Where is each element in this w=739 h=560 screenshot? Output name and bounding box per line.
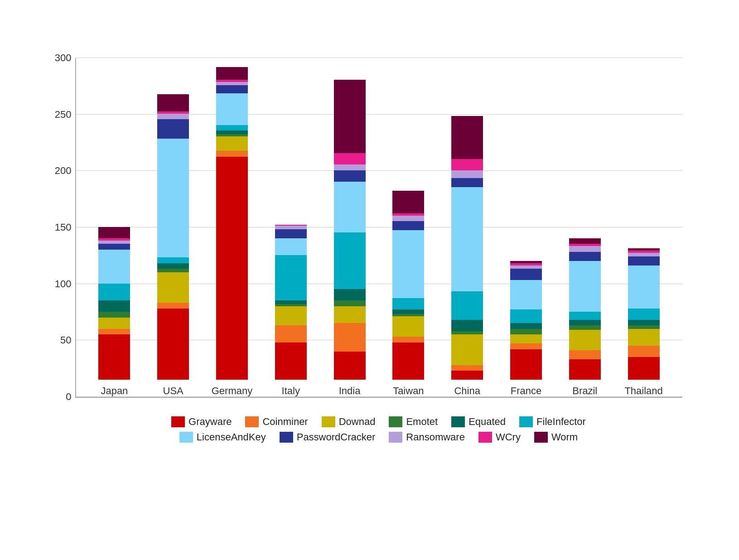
bar-segment-ransomware xyxy=(98,241,130,244)
chart-area: 050100150200250300 JapanUSAGermanyItalyI… xyxy=(75,58,682,398)
legend-item: FileInfector xyxy=(519,416,586,428)
bar-segment-worm xyxy=(392,191,424,213)
legend-color-swatch xyxy=(179,432,193,443)
bar-segment-ransomware xyxy=(275,226,307,229)
bar-group: Italy xyxy=(273,225,309,397)
bar-segment-coinminer xyxy=(451,365,483,371)
legend-label: Grayware xyxy=(188,416,232,428)
bar-segment-passwordcracker xyxy=(510,269,542,280)
bar-segment-equated xyxy=(628,320,660,326)
bar-segment-equated xyxy=(392,309,424,314)
x-axis-label: Japan xyxy=(101,385,128,397)
stacked-bar xyxy=(569,238,601,380)
bar-segment-worm xyxy=(569,238,601,244)
bar-segment-passwordcracker xyxy=(392,221,424,230)
stacked-bar xyxy=(275,225,307,380)
bar-segment-downad xyxy=(275,306,307,326)
bar-segment-coinminer xyxy=(216,151,248,157)
y-axis-label: 200 xyxy=(51,165,72,177)
bar-group: India xyxy=(332,80,368,397)
legend-label: PasswordCracker xyxy=(297,431,376,443)
bar-segment-licenseandkey xyxy=(451,187,483,291)
legend-item: Worm xyxy=(534,431,578,443)
bar-segment-coinminer xyxy=(275,325,307,343)
bar-segment-worm xyxy=(451,116,483,159)
bar-segment-equated xyxy=(157,263,189,269)
bar-segment-equated xyxy=(510,323,542,329)
chart-container: 050100150200250300 JapanUSAGermanyItalyI… xyxy=(30,31,710,529)
bar-segment-equated xyxy=(275,300,307,304)
legend-color-swatch xyxy=(451,416,465,427)
legend-row-1: GraywareCoinminerDownadEmotetEquatedFile… xyxy=(75,416,682,428)
bar-segment-equated xyxy=(451,320,483,331)
bar-segment-grayware xyxy=(334,352,366,380)
bar-segment-passwordcracker xyxy=(451,178,483,187)
x-axis-label: China xyxy=(454,385,480,397)
legend-item: Ransomware xyxy=(389,431,465,443)
legend-item: Coinminer xyxy=(245,416,308,428)
bar-segment-fileinfector xyxy=(510,309,542,323)
bar-segment-coinminer xyxy=(510,343,542,349)
stacked-bar xyxy=(392,191,424,380)
bar-segment-equated xyxy=(569,320,601,326)
bar-segment-passwordcracker xyxy=(275,229,307,238)
legend-color-swatch xyxy=(280,432,293,443)
bar-segment-downad xyxy=(510,334,542,343)
bar-segment-passwordcracker xyxy=(98,244,130,250)
bar-segment-worm xyxy=(216,67,248,80)
legend-item: Emotet xyxy=(389,416,438,428)
bars-wrapper: JapanUSAGermanyItalyIndiaTaiwanChinaFran… xyxy=(76,58,682,397)
legend-label: FileInfector xyxy=(536,416,586,428)
bar-segment-grayware xyxy=(392,343,424,380)
bar-segment-downad xyxy=(392,316,424,337)
bar-segment-grayware xyxy=(216,157,248,380)
bar-segment-emotet xyxy=(510,329,542,335)
legend-item: WCry xyxy=(478,431,521,443)
bar-group: Thailand xyxy=(626,248,662,397)
stacked-bar xyxy=(157,94,189,380)
bar-segment-passwordcracker xyxy=(628,256,660,266)
bar-segment-licenseandkey xyxy=(98,250,130,284)
bar-segment-equated xyxy=(98,300,130,312)
bar-segment-grayware xyxy=(157,309,189,380)
bar-segment-coinminer xyxy=(569,350,601,359)
x-axis-label: Brazil xyxy=(572,385,597,397)
bar-segment-passwordcracker xyxy=(157,119,189,139)
legend-item: PasswordCracker xyxy=(280,431,376,443)
legend-row-2: LicenseAndKeyPasswordCrackerRansomwareWC… xyxy=(75,431,682,443)
bar-segment-ransomware xyxy=(510,266,542,269)
bar-segment-emotet xyxy=(451,331,483,335)
legend-label: Equated xyxy=(469,416,506,428)
bar-segment-fileinfector xyxy=(451,291,483,320)
y-axis-label: 150 xyxy=(51,222,72,233)
bar-group: China xyxy=(449,116,485,397)
bar-segment-ransomware xyxy=(334,164,366,170)
bar-segment-emotet xyxy=(334,300,366,306)
bar-segment-equated xyxy=(334,289,366,300)
bar-segment-ransomware xyxy=(157,114,189,120)
bar-segment-licenseandkey xyxy=(275,238,307,256)
x-axis-label: Germany xyxy=(212,385,252,397)
bar-segment-downad xyxy=(569,330,601,350)
bar-segment-emotet xyxy=(98,312,130,318)
legend: GraywareCoinminerDownadEmotetEquatedFile… xyxy=(75,416,682,443)
legend-color-swatch xyxy=(322,416,335,427)
bar-segment-licenseandkey xyxy=(334,182,366,233)
bar-segment-ransomware xyxy=(628,253,660,256)
bar-segment-downad xyxy=(157,272,189,303)
bar-segment-worm xyxy=(157,94,189,111)
legend-label: WCry xyxy=(496,431,521,443)
bar-segment-emotet xyxy=(569,325,601,330)
bar-segment-licenseandkey xyxy=(510,280,542,309)
legend-color-swatch xyxy=(171,416,185,427)
bar-segment-passwordcracker xyxy=(334,170,366,182)
bar-segment-fileinfector xyxy=(628,309,660,320)
bar-group: Brazil xyxy=(567,238,603,397)
x-axis-label: Italy xyxy=(282,385,300,397)
legend-label: Coinminer xyxy=(262,416,308,428)
legend-color-swatch xyxy=(519,416,533,427)
bar-group: Taiwan xyxy=(390,191,426,397)
legend-label: Worm xyxy=(551,431,578,443)
bar-segment-licenseandkey xyxy=(216,93,248,125)
bar-group: USA xyxy=(155,94,191,397)
